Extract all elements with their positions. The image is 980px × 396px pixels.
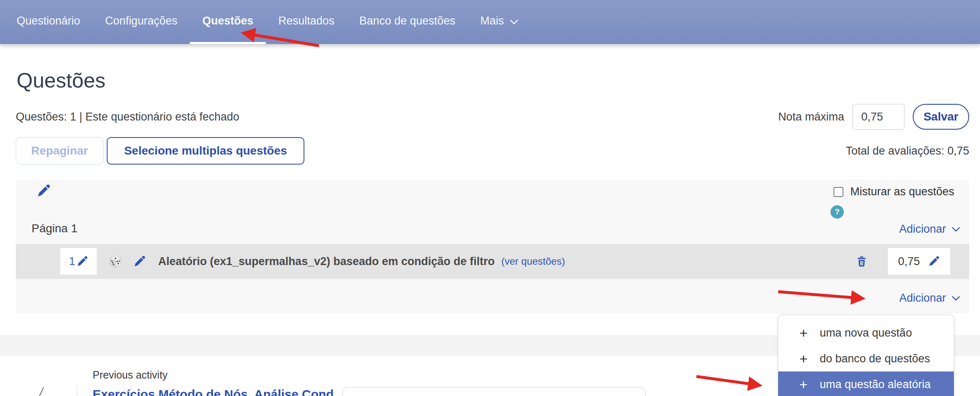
question-number-box: 1 <box>60 248 97 275</box>
status-row: Questões: 1 | Este questionário está fec… <box>16 104 969 130</box>
page-1-label: Página 1 <box>32 222 78 235</box>
add-menu-link-top[interactable]: Adicionar <box>899 223 960 236</box>
plus-icon: + <box>796 325 811 341</box>
add-menu-link-bottom[interactable]: Adicionar <box>899 292 960 305</box>
jump-to-activity-select[interactable] <box>343 387 646 396</box>
quiz-status-text: Questões: 1 | Este questionário está fec… <box>16 111 239 123</box>
shuffle-questions-checkbox[interactable] <box>833 187 843 197</box>
menu-item-random-question[interactable]: + uma questão aleatória <box>778 371 954 396</box>
delete-question-trash-icon[interactable] <box>855 255 868 268</box>
chevron-down-icon <box>952 227 960 232</box>
tab-resultados[interactable]: Resultados <box>266 0 347 44</box>
chevron-down-icon <box>510 20 518 25</box>
random-question-die-icon <box>109 255 122 268</box>
question-title[interactable]: Aleatório (ex1_supermalhas_v2) baseado e… <box>158 255 495 268</box>
view-questions-link[interactable]: (ver questões) <box>501 256 565 267</box>
menu-item-new-question[interactable]: + uma nova questão <box>778 320 954 346</box>
tab-banco-de-questoes[interactable]: Banco de questões <box>347 0 468 44</box>
shuffle-questions-group: Misturar as questões <box>833 185 954 198</box>
edit-number-pencil-icon[interactable] <box>76 256 88 267</box>
save-button[interactable]: Salvar <box>913 104 969 130</box>
tab-mais[interactable]: Mais <box>468 0 531 44</box>
previous-activity-label: Previous activity <box>93 369 168 381</box>
left-buttons: Repaginar Selecione multiplas questões <box>16 137 304 165</box>
footer-divider <box>77 385 77 396</box>
edit-grade-pencil-icon[interactable] <box>928 256 940 267</box>
tab-questoes[interactable]: Questões <box>190 0 266 44</box>
total-of-marks-text: Total de avaliações: 0,75 <box>846 145 969 157</box>
question-grade-box: 0,75 <box>888 248 950 275</box>
help-icon[interactable]: ? <box>831 205 844 219</box>
menu-item-from-question-bank[interactable]: + do banco de questões <box>778 346 954 371</box>
max-grade-input[interactable] <box>853 104 904 130</box>
plus-icon: + <box>796 376 811 393</box>
tab-configuracoes[interactable]: Configurações <box>93 0 190 44</box>
previous-activity-link[interactable]: Exercícios Método de Nós, Análise Cond <box>93 387 334 396</box>
repaginate-button[interactable]: Repaginar <box>16 137 103 165</box>
shuffle-questions-label: Misturar as questões <box>850 185 954 198</box>
edit-heading-pencil-icon[interactable] <box>37 184 51 199</box>
question-grade-value: 0,75 <box>898 255 920 268</box>
chevron-left-icon <box>39 386 44 396</box>
edit-question-pencil-icon[interactable] <box>133 255 146 268</box>
quiz-navbar: Questionário Configurações Questões Resu… <box>0 0 980 44</box>
chevron-down-icon <box>952 296 960 301</box>
select-multiple-questions-button[interactable]: Selecione multiplas questões <box>107 137 304 165</box>
tab-questionario[interactable]: Questionário <box>4 0 93 44</box>
questions-panel: Misturar as questões ? Página 1 Adiciona… <box>16 180 969 313</box>
buttons-row: Repaginar Selecione multiplas questões T… <box>16 137 969 165</box>
question-row: 1 Aleató <box>16 244 969 279</box>
add-question-menu: + uma nova questão + do banco de questõe… <box>778 315 954 396</box>
max-grade-label: Nota máxima <box>778 111 844 123</box>
page-title: Questões <box>17 67 969 94</box>
plus-icon: + <box>796 351 811 367</box>
max-grade-group: Nota máxima Salvar <box>778 104 969 130</box>
question-number: 1 <box>69 255 75 268</box>
